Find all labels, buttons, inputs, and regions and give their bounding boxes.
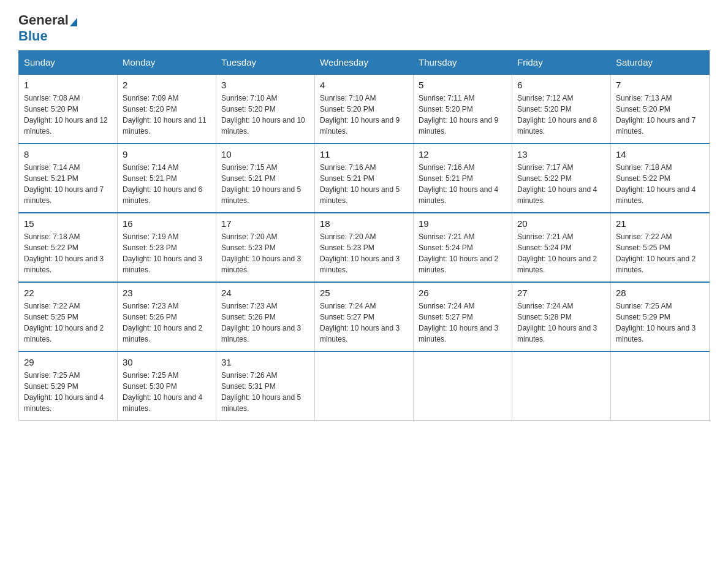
weekday-header-cell: Friday	[512, 51, 611, 75]
calendar-week-row: 8 Sunrise: 7:14 AMSunset: 5:21 PMDayligh…	[19, 144, 710, 213]
day-number: 4	[320, 80, 408, 90]
calendar-day-cell: 10 Sunrise: 7:15 AMSunset: 5:21 PMDaylig…	[216, 144, 315, 213]
calendar-week-row: 15 Sunrise: 7:18 AMSunset: 5:22 PMDaylig…	[19, 213, 710, 282]
calendar-day-cell	[414, 351, 512, 421]
calendar-day-cell: 11 Sunrise: 7:16 AMSunset: 5:21 PMDaylig…	[315, 144, 414, 213]
calendar-day-cell: 18 Sunrise: 7:20 AMSunset: 5:23 PMDaylig…	[315, 213, 414, 282]
day-number: 22	[24, 288, 112, 298]
day-number: 11	[320, 149, 408, 159]
calendar-table: SundayMondayTuesdayWednesdayThursdayFrid…	[18, 50, 710, 421]
calendar-day-cell: 22 Sunrise: 7:22 AMSunset: 5:25 PMDaylig…	[19, 282, 118, 351]
logo-general: General	[18, 12, 69, 28]
calendar-day-cell: 12 Sunrise: 7:16 AMSunset: 5:21 PMDaylig…	[414, 144, 512, 213]
day-info: Sunrise: 7:10 AMSunset: 5:20 PMDaylight:…	[320, 94, 400, 136]
day-number: 18	[320, 218, 408, 229]
day-info: Sunrise: 7:09 AMSunset: 5:20 PMDaylight:…	[123, 94, 207, 136]
day-number: 7	[616, 80, 704, 90]
day-info: Sunrise: 7:20 AMSunset: 5:23 PMDaylight:…	[221, 232, 301, 274]
calendar-day-cell: 15 Sunrise: 7:18 AMSunset: 5:22 PMDaylig…	[19, 213, 118, 282]
day-info: Sunrise: 7:14 AMSunset: 5:21 PMDaylight:…	[123, 163, 202, 205]
weekday-header-cell: Thursday	[414, 51, 512, 75]
calendar-day-cell: 2 Sunrise: 7:09 AMSunset: 5:20 PMDayligh…	[118, 74, 216, 144]
day-number: 17	[221, 218, 309, 229]
calendar-day-cell: 9 Sunrise: 7:14 AMSunset: 5:21 PMDayligh…	[118, 144, 216, 213]
calendar-day-cell: 28 Sunrise: 7:25 AMSunset: 5:29 PMDaylig…	[611, 282, 710, 351]
calendar-day-cell: 8 Sunrise: 7:14 AMSunset: 5:21 PMDayligh…	[19, 144, 118, 213]
day-info: Sunrise: 7:25 AMSunset: 5:29 PMDaylight:…	[24, 371, 104, 413]
day-number: 19	[419, 218, 507, 229]
logo-text: General Blue	[18, 12, 78, 44]
day-number: 13	[517, 149, 605, 159]
day-number: 24	[221, 288, 309, 298]
day-info: Sunrise: 7:17 AMSunset: 5:22 PMDaylight:…	[517, 163, 597, 205]
day-info: Sunrise: 7:24 AMSunset: 5:27 PMDaylight:…	[419, 302, 498, 343]
calendar-day-cell: 30 Sunrise: 7:25 AMSunset: 5:30 PMDaylig…	[118, 351, 216, 421]
weekday-header-cell: Monday	[118, 51, 216, 75]
day-number: 5	[419, 80, 507, 90]
day-info: Sunrise: 7:11 AMSunset: 5:20 PMDaylight:…	[419, 94, 498, 136]
day-info: Sunrise: 7:08 AMSunset: 5:20 PMDaylight:…	[24, 94, 108, 136]
calendar-day-cell: 5 Sunrise: 7:11 AMSunset: 5:20 PMDayligh…	[414, 74, 512, 144]
day-number: 1	[24, 80, 112, 90]
day-info: Sunrise: 7:23 AMSunset: 5:26 PMDaylight:…	[221, 302, 301, 343]
calendar-week-row: 1 Sunrise: 7:08 AMSunset: 5:20 PMDayligh…	[19, 74, 710, 144]
day-info: Sunrise: 7:18 AMSunset: 5:22 PMDaylight:…	[24, 232, 104, 274]
day-info: Sunrise: 7:15 AMSunset: 5:21 PMDaylight:…	[221, 163, 301, 205]
day-number: 14	[616, 149, 704, 159]
calendar-day-cell: 27 Sunrise: 7:24 AMSunset: 5:28 PMDaylig…	[512, 282, 611, 351]
day-info: Sunrise: 7:18 AMSunset: 5:22 PMDaylight:…	[616, 163, 696, 205]
day-number: 10	[221, 149, 309, 159]
day-info: Sunrise: 7:22 AMSunset: 5:25 PMDaylight:…	[24, 302, 104, 343]
calendar-day-cell: 25 Sunrise: 7:24 AMSunset: 5:27 PMDaylig…	[315, 282, 414, 351]
day-number: 15	[24, 218, 112, 229]
day-number: 23	[123, 288, 211, 298]
day-number: 25	[320, 288, 408, 298]
calendar-day-cell: 17 Sunrise: 7:20 AMSunset: 5:23 PMDaylig…	[216, 213, 315, 282]
calendar-day-cell: 13 Sunrise: 7:17 AMSunset: 5:22 PMDaylig…	[512, 144, 611, 213]
calendar-day-cell: 1 Sunrise: 7:08 AMSunset: 5:20 PMDayligh…	[19, 74, 118, 144]
day-number: 30	[123, 357, 211, 367]
calendar-day-cell: 19 Sunrise: 7:21 AMSunset: 5:24 PMDaylig…	[414, 213, 512, 282]
day-number: 31	[221, 357, 309, 367]
day-info: Sunrise: 7:19 AMSunset: 5:23 PMDaylight:…	[123, 232, 202, 274]
day-info: Sunrise: 7:24 AMSunset: 5:27 PMDaylight:…	[320, 302, 400, 343]
logo: General Blue	[18, 12, 78, 44]
calendar-day-cell	[315, 351, 414, 421]
calendar-day-cell: 7 Sunrise: 7:13 AMSunset: 5:20 PMDayligh…	[611, 74, 710, 144]
weekday-header-row: SundayMondayTuesdayWednesdayThursdayFrid…	[19, 51, 710, 75]
day-info: Sunrise: 7:13 AMSunset: 5:20 PMDaylight:…	[616, 94, 696, 136]
calendar-day-cell: 4 Sunrise: 7:10 AMSunset: 5:20 PMDayligh…	[315, 74, 414, 144]
day-info: Sunrise: 7:20 AMSunset: 5:23 PMDaylight:…	[320, 232, 400, 274]
calendar-day-cell: 20 Sunrise: 7:21 AMSunset: 5:24 PMDaylig…	[512, 213, 611, 282]
day-info: Sunrise: 7:25 AMSunset: 5:29 PMDaylight:…	[616, 302, 696, 343]
calendar-day-cell: 21 Sunrise: 7:22 AMSunset: 5:25 PMDaylig…	[611, 213, 710, 282]
calendar-week-row: 29 Sunrise: 7:25 AMSunset: 5:29 PMDaylig…	[19, 351, 710, 421]
calendar-week-row: 22 Sunrise: 7:22 AMSunset: 5:25 PMDaylig…	[19, 282, 710, 351]
day-number: 21	[616, 218, 704, 229]
calendar-day-cell: 16 Sunrise: 7:19 AMSunset: 5:23 PMDaylig…	[118, 213, 216, 282]
day-info: Sunrise: 7:12 AMSunset: 5:20 PMDaylight:…	[517, 94, 597, 136]
day-number: 9	[123, 149, 211, 159]
day-info: Sunrise: 7:22 AMSunset: 5:25 PMDaylight:…	[616, 232, 696, 274]
day-info: Sunrise: 7:24 AMSunset: 5:28 PMDaylight:…	[517, 302, 597, 343]
day-info: Sunrise: 7:16 AMSunset: 5:21 PMDaylight:…	[320, 163, 400, 205]
day-number: 26	[419, 288, 507, 298]
calendar-day-cell: 31 Sunrise: 7:26 AMSunset: 5:31 PMDaylig…	[216, 351, 315, 421]
calendar-day-cell	[611, 351, 710, 421]
day-number: 28	[616, 288, 704, 298]
day-number: 12	[419, 149, 507, 159]
day-info: Sunrise: 7:21 AMSunset: 5:24 PMDaylight:…	[517, 232, 597, 274]
weekday-header-cell: Sunday	[19, 51, 118, 75]
calendar-day-cell: 23 Sunrise: 7:23 AMSunset: 5:26 PMDaylig…	[118, 282, 216, 351]
day-number: 2	[123, 80, 211, 90]
calendar-day-cell: 6 Sunrise: 7:12 AMSunset: 5:20 PMDayligh…	[512, 74, 611, 144]
calendar-day-cell	[512, 351, 611, 421]
calendar-day-cell: 26 Sunrise: 7:24 AMSunset: 5:27 PMDaylig…	[414, 282, 512, 351]
day-info: Sunrise: 7:21 AMSunset: 5:24 PMDaylight:…	[419, 232, 498, 274]
calendar-day-cell: 24 Sunrise: 7:23 AMSunset: 5:26 PMDaylig…	[216, 282, 315, 351]
weekday-header-cell: Wednesday	[315, 51, 414, 75]
logo-blue: Blue	[18, 28, 48, 44]
day-number: 20	[517, 218, 605, 229]
day-number: 27	[517, 288, 605, 298]
day-info: Sunrise: 7:14 AMSunset: 5:21 PMDaylight:…	[24, 163, 104, 205]
